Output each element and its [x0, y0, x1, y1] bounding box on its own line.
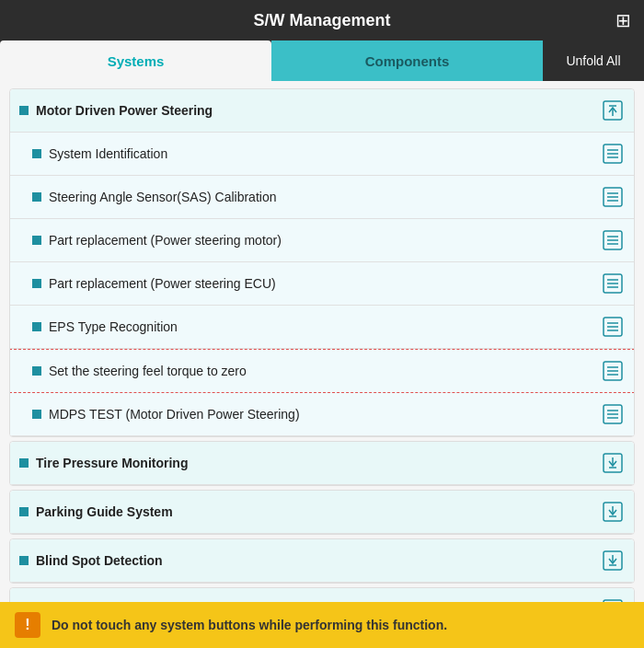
standalone-action-icon-tire-pressure[interactable]	[601, 451, 625, 475]
item-action-icon-eps-type-recognition[interactable]	[601, 315, 625, 339]
standalone-item-parking-guide[interactable]: Parking Guide System	[9, 490, 635, 535]
item-left-set-steering-feel: Set the steering feel torque to zero	[32, 364, 247, 378]
standalone-item-tire-pressure[interactable]: Tire Pressure Monitoring	[9, 441, 635, 486]
standalone-action-icon-blind-spot[interactable]	[601, 549, 625, 573]
group-header-motor-driven-power-steering[interactable]: Motor Driven Power Steering	[10, 89, 634, 133]
tab-components[interactable]: Components	[271, 40, 543, 81]
group-header-left: Motor Driven Power Steering	[19, 103, 213, 118]
grid-icon[interactable]: ⊞	[615, 9, 631, 31]
item-left-steering-angle-sensor: Steering Angle Sensor(SAS) Calibration	[32, 190, 276, 204]
standalone-square-icon	[19, 458, 29, 468]
list-item-system-identification[interactable]: System Identification	[10, 133, 634, 176]
item-label-eps-type-recognition: EPS Type Recognition	[49, 319, 178, 334]
unfold-all-label: Unfold All	[566, 53, 620, 68]
item-left-part-replacement-motor: Part replacement (Power steering motor)	[32, 233, 282, 248]
standalone-left-tire-pressure: Tire Pressure Monitoring	[19, 456, 188, 470]
item-label-part-replacement-motor: Part replacement (Power steering motor)	[49, 233, 282, 248]
item-left-part-replacement-ecu: Part replacement (Power steering ECU)	[32, 276, 276, 291]
group-header-label: Motor Driven Power Steering	[36, 103, 213, 118]
group-square-icon	[19, 106, 29, 115]
tab-components-label: Components	[365, 53, 450, 69]
item-left-system-identification: System Identification	[32, 146, 167, 161]
item-square-icon	[32, 410, 41, 419]
standalone-label-parking-guide: Parking Guide System	[36, 504, 173, 519]
list-item-eps-type-recognition[interactable]: EPS Type Recognition	[10, 306, 634, 349]
item-action-icon-steering-angle-sensor[interactable]	[601, 185, 625, 209]
item-left-eps-type-recognition: EPS Type Recognition	[32, 319, 178, 334]
item-action-icon-part-replacement-motor[interactable]	[601, 228, 625, 252]
item-action-icon-part-replacement-ecu[interactable]	[601, 272, 625, 295]
footer-text: Do not touch any system buttons while pe…	[52, 618, 447, 632]
item-label-steering-angle-sensor: Steering Angle Sensor(SAS) Calibration	[49, 190, 276, 204]
standalone-item-multi-function-camera[interactable]: Multi Function Camera	[9, 587, 635, 602]
group-header-icon	[601, 98, 625, 122]
standalone-row-parking-guide[interactable]: Parking Guide System	[10, 491, 634, 534]
list-item-steering-angle-sensor[interactable]: Steering Angle Sensor(SAS) Calibration	[10, 176, 634, 219]
list-item-mdps-test[interactable]: MDPS TEST (Motor Driven Power Steering)	[10, 393, 634, 436]
item-label-set-steering-feel: Set the steering feel torque to zero	[49, 364, 247, 378]
list-item-part-replacement-motor[interactable]: Part replacement (Power steering motor)	[10, 219, 634, 262]
svg-rect-40	[604, 600, 622, 602]
standalone-label-blind-spot: Blind Spot Detection	[36, 553, 163, 568]
list-item-part-replacement-ecu[interactable]: Part replacement (Power steering ECU)	[10, 262, 634, 306]
group-section-motor-driven-power-steering: Motor Driven Power Steering System Ident…	[9, 88, 635, 437]
tab-bar: Systems Components Unfold All	[0, 40, 644, 81]
item-action-icon-mdps-test[interactable]	[601, 402, 625, 426]
list-item-set-steering-feel[interactable]: Set the steering feel torque to zero	[9, 349, 635, 393]
item-square-icon	[32, 149, 41, 158]
item-label-system-identification: System Identification	[49, 146, 167, 161]
item-label-part-replacement-ecu: Part replacement (Power steering ECU)	[49, 276, 276, 291]
standalone-row-multi-function-camera[interactable]: Multi Function Camera	[10, 588, 634, 602]
standalone-left-parking-guide: Parking Guide System	[19, 504, 173, 519]
standalone-action-icon-parking-guide[interactable]	[601, 500, 625, 524]
standalone-row-blind-spot[interactable]: Blind Spot Detection	[10, 539, 634, 583]
tab-unfold-all[interactable]: Unfold All	[543, 40, 644, 81]
tab-systems[interactable]: Systems	[0, 40, 271, 81]
standalone-left-blind-spot: Blind Spot Detection	[19, 553, 163, 568]
item-action-icon-system-identification[interactable]	[601, 142, 625, 166]
standalone-label-tire-pressure: Tire Pressure Monitoring	[36, 456, 188, 470]
item-left-mdps-test: MDPS TEST (Motor Driven Power Steering)	[32, 407, 300, 422]
item-square-icon	[32, 236, 41, 245]
item-square-icon	[32, 192, 41, 202]
standalone-item-blind-spot[interactable]: Blind Spot Detection	[9, 538, 635, 584]
tab-systems-label: Systems	[108, 53, 165, 69]
item-action-icon-set-steering-feel[interactable]	[601, 359, 625, 383]
standalone-square-icon	[19, 507, 29, 516]
item-label-mdps-test: MDPS TEST (Motor Driven Power Steering)	[49, 407, 300, 422]
standalone-row-tire-pressure[interactable]: Tire Pressure Monitoring	[10, 442, 634, 485]
app-header: S/W Management ⊞	[0, 0, 644, 40]
standalone-square-icon	[19, 556, 29, 565]
app-title: S/W Management	[253, 11, 390, 30]
footer-warning: ! Do not touch any system buttons while …	[0, 602, 644, 648]
item-square-icon	[32, 322, 41, 331]
standalone-action-icon-multi-function-camera[interactable]	[601, 597, 625, 602]
main-content: Motor Driven Power Steering System Ident…	[0, 81, 644, 602]
item-square-icon	[32, 366, 41, 376]
warning-icon: !	[15, 612, 40, 638]
item-square-icon	[32, 279, 41, 288]
